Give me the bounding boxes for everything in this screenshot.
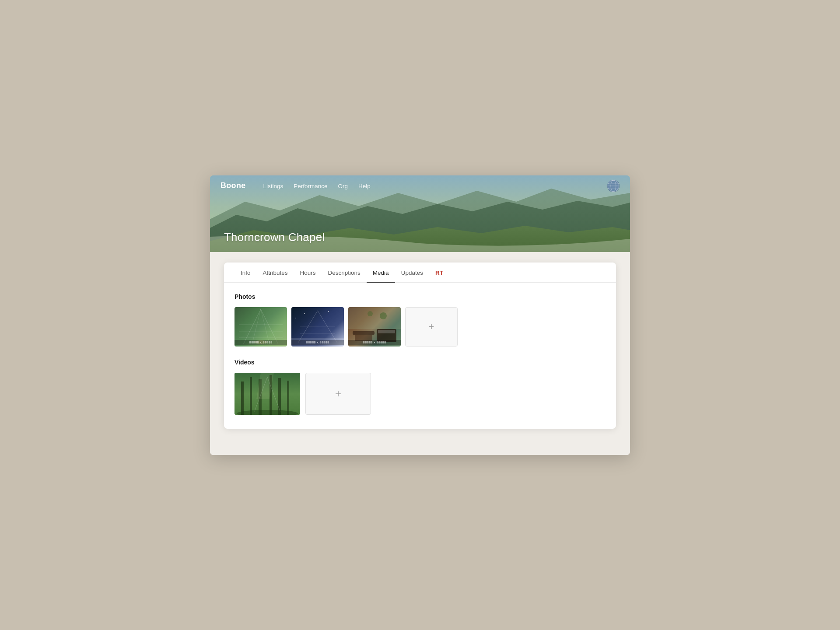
photo-item-2[interactable]: 88888 x 88888 (291, 307, 344, 346)
nav-performance[interactable]: Performance (294, 183, 327, 189)
tab-attributes[interactable]: Attributes (257, 262, 294, 282)
tab-descriptions[interactable]: Descriptions (322, 262, 367, 282)
svg-rect-27 (348, 307, 401, 329)
videos-section-title: Videos (234, 359, 606, 366)
tab-bar: Info Attributes Hours Descriptions Media… (224, 262, 616, 283)
svg-rect-32 (250, 377, 252, 415)
svg-rect-23 (353, 331, 374, 335)
add-video-button[interactable]: + (305, 373, 371, 415)
svg-rect-26 (378, 330, 395, 333)
nav-links: Listings Performance Org Help (263, 182, 371, 190)
add-photo-icon: + (429, 322, 434, 332)
tab-media[interactable]: Media (367, 262, 395, 282)
svg-rect-36 (287, 381, 289, 415)
photos-section: Photos (234, 293, 606, 346)
svg-rect-31 (241, 382, 244, 415)
svg-point-21 (328, 311, 329, 312)
tab-rt[interactable]: RT (429, 262, 449, 282)
page-title: Thorncrown Chapel (224, 231, 325, 244)
svg-line-9 (252, 309, 261, 344)
tab-info[interactable]: Info (234, 262, 257, 282)
videos-section: Videos (234, 359, 606, 415)
tab-hours[interactable]: Hours (294, 262, 322, 282)
photo-grid: 88888 x 88888 (234, 307, 606, 346)
photo-dimensions-2: 88888 x 88888 (291, 340, 344, 345)
video-grid: + (234, 373, 606, 415)
video-item-1[interactable] (234, 373, 300, 415)
nav-help[interactable]: Help (358, 183, 371, 189)
globe-icon[interactable] (607, 180, 620, 192)
svg-line-7 (243, 309, 261, 344)
photo-dimensions-3: 88888 x 88888 (348, 340, 401, 345)
photo-item-1[interactable]: 88888 x 88888 (234, 307, 287, 346)
nav-org[interactable]: Org (338, 183, 348, 189)
hero-section: Boone Listings Performance Org Help Thor… (210, 175, 630, 252)
svg-point-22 (295, 318, 296, 318)
photo-dimensions-1: 88888 x 88888 (234, 340, 287, 345)
nav-listings[interactable]: Listings (263, 183, 284, 189)
svg-point-28 (380, 312, 387, 319)
add-video-icon: + (335, 388, 341, 399)
svg-point-29 (368, 311, 373, 316)
navbar: Boone Listings Performance Org Help (210, 175, 630, 196)
main-card: Info Attributes Hours Descriptions Media… (224, 262, 616, 429)
content-area: Info Attributes Hours Descriptions Media… (210, 252, 630, 455)
photo-item-3[interactable]: 88888 x 88888 (348, 307, 401, 346)
svg-line-8 (261, 309, 278, 344)
svg-point-20 (304, 313, 305, 314)
add-photo-button[interactable]: + (405, 307, 458, 346)
browser-window: Boone Listings Performance Org Help Thor… (210, 175, 630, 455)
tab-updates[interactable]: Updates (395, 262, 429, 282)
svg-line-10 (261, 309, 270, 344)
photos-section-title: Photos (234, 293, 606, 300)
app-logo: Boone (220, 181, 246, 190)
card-body: Photos (224, 283, 616, 429)
